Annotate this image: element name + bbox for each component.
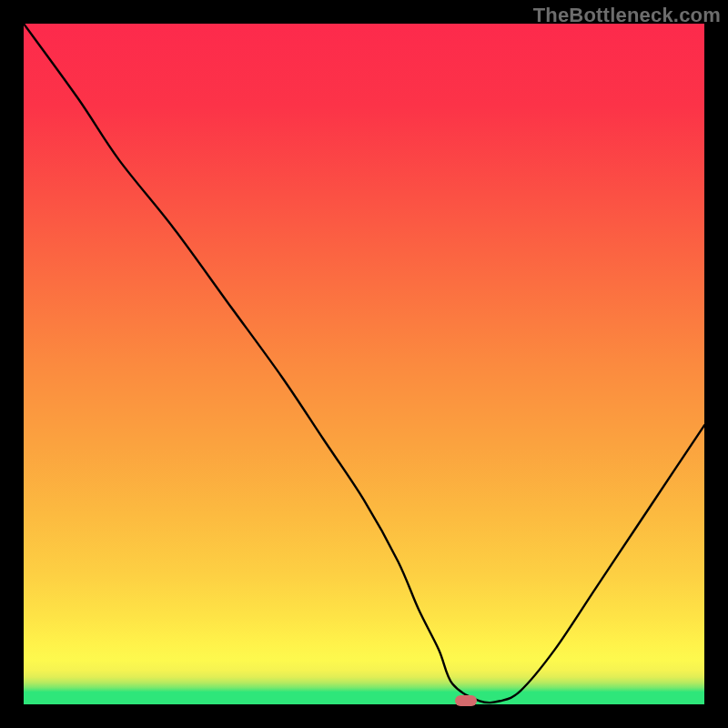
plot-area [24, 24, 704, 704]
watermark-text: TheBottleneck.com [533, 4, 721, 27]
chart-frame: TheBottleneck.com [0, 0, 728, 728]
optimal-marker [455, 695, 477, 706]
bottleneck-curve [24, 24, 704, 704]
